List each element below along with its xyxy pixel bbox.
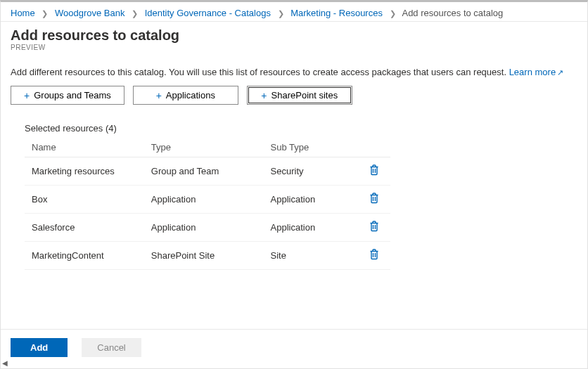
resource-name: Salesforce [25,214,144,242]
breadcrumb-link-governance[interactable]: Identity Governance - Catalogs [145,8,271,18]
page-header: Add resources to catalog PREVIEW [1,22,587,53]
page-title: Add resources to catalog [11,27,577,44]
resource-type: Application [144,214,264,242]
button-label: SharePoint sites [271,90,338,101]
plus-icon: + [24,91,30,101]
table-row: MarketingContentSharePoint SiteSite [25,242,390,270]
resource-subtype: Application [264,186,361,214]
selected-resources-heading: Selected resources (4) [1,112,587,138]
resource-type: Group and Team [144,157,264,186]
groups-teams-button[interactable]: + Groups and Teams [11,86,124,105]
breadcrumb-link-marketing[interactable]: Marketing - Resources [290,8,383,18]
table-row: BoxApplicationApplication [25,186,390,214]
selected-resources-table: Name Type Sub Type Marketing resourcesGr… [25,138,390,270]
add-button[interactable]: Add [11,338,68,357]
preview-tag: PREVIEW [11,44,577,51]
column-header-name: Name [25,138,144,157]
trash-icon [369,195,379,206]
learn-more-link[interactable]: Learn more↗ [509,67,563,77]
button-label: Applications [166,90,215,101]
chevron-right-icon: ❯ [278,9,284,18]
delete-resource-button[interactable] [368,163,381,179]
resource-name: MarketingContent [25,242,144,270]
resource-subtype: Application [264,214,361,242]
resource-type: Application [144,186,264,214]
plus-icon: + [261,91,267,101]
plus-icon: + [156,91,162,101]
breadcrumb-link-home[interactable]: Home [11,8,35,18]
page-description: Add different resources to this catalog.… [1,53,587,84]
external-link-icon: ↗ [557,68,563,77]
delete-resource-button[interactable] [368,191,381,207]
applications-button[interactable]: + Applications [133,86,238,105]
column-header-subtype: Sub Type [264,138,361,157]
resource-type-button-row: + Groups and Teams + Applications + Shar… [1,84,587,112]
resource-type: SharePoint Site [144,242,264,270]
breadcrumb-link-woodgrove[interactable]: Woodgrove Bank [55,8,125,18]
trash-icon [369,252,379,262]
footer-action-bar: Add Cancel [1,329,587,368]
sharepoint-sites-button[interactable]: + SharePoint sites [247,86,352,105]
chevron-right-icon: ❯ [41,9,48,18]
column-header-type: Type [144,138,264,157]
breadcrumb: Home ❯ Woodgrove Bank ❯ Identity Governa… [1,2,587,22]
button-label: Groups and Teams [34,90,111,101]
resource-subtype: Site [264,242,361,270]
delete-resource-button[interactable] [368,219,381,235]
resource-name: Box [25,186,144,214]
scroll-left-icon[interactable]: ◀ [2,359,8,367]
trash-icon [369,224,379,234]
breadcrumb-current: Add resources to catalog [402,8,503,18]
resource-name: Marketing resources [25,157,144,186]
table-row: Marketing resourcesGroup and TeamSecurit… [25,157,390,186]
resource-subtype: Security [264,157,361,186]
description-text: Add different resources to this catalog.… [11,67,509,77]
trash-icon [369,167,379,178]
chevron-right-icon: ❯ [132,9,138,18]
cancel-button[interactable]: Cancel [82,338,141,357]
chevron-right-icon: ❯ [390,9,396,18]
table-row: SalesforceApplicationApplication [25,214,390,242]
delete-resource-button[interactable] [368,247,381,264]
